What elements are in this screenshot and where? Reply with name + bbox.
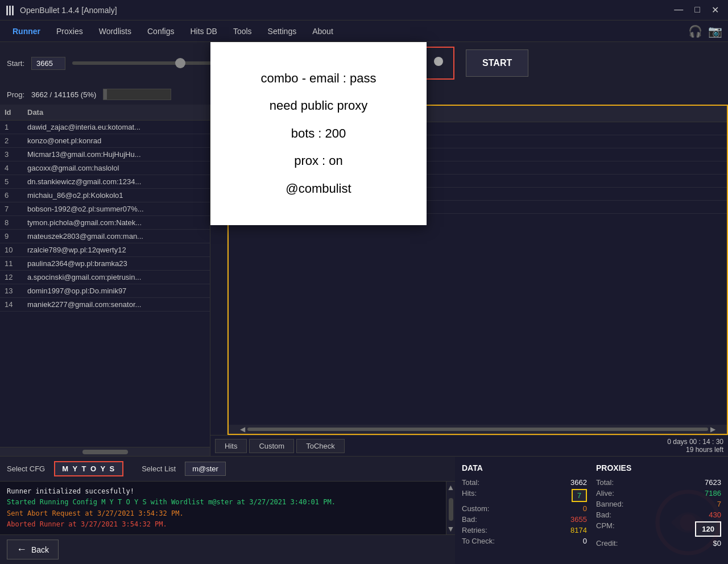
proxy-credit-label: Credit: (596, 539, 618, 548)
row-data: domin1997@op.pl:Do.minik97 (27, 287, 205, 295)
table-row[interactable]: 11paulina2364@wp.pl:bramka23 (0, 257, 210, 271)
result-tabs: Hits Custom ToCheck 0 days 00 : 14 : 30 … (210, 435, 728, 456)
table-row[interactable]: 8tymon.pichola@gmail.com:Natek... (0, 216, 210, 230)
menu-wordlists[interactable]: Wordlists (92, 23, 138, 39)
select-cfg-value[interactable]: M Y T O Y S (54, 461, 123, 476)
capture-scroll-thumb (247, 428, 708, 431)
data-table-body[interactable]: 1dawid_zajac@interia.eu:kotomat...2konzo… (0, 121, 210, 447)
table-row[interactable]: 14maniek2277@gmail.com:senator... (0, 298, 210, 312)
maximize-button[interactable]: □ (691, 5, 704, 15)
stat-retries: Retries: 8174 (462, 525, 587, 536)
timer-value: 0 days 00 : 14 : 30 (667, 438, 723, 446)
table-row[interactable]: 2konzo@onet.pl:konrad (0, 134, 210, 148)
minimize-button[interactable]: — (671, 5, 686, 15)
table-row[interactable]: 10rzalcie789@wp.pl:12qwerty12 (0, 243, 210, 257)
overlay-line4: prox : on (294, 147, 343, 175)
row-data: Micmar13@gmail.com:HujHujHu... (27, 150, 205, 159)
close-button[interactable]: ✕ (708, 5, 722, 15)
table-row[interactable]: 5dn.stankiewicz@gmail.com:1234... (0, 175, 210, 189)
camera-icon[interactable]: 📷 (708, 24, 722, 38)
stat-total: Total: 3662 (462, 477, 587, 488)
table-row[interactable]: 4gacoxx@gmail.com:haslolol (0, 161, 210, 175)
table-row[interactable]: 12a.spocinski@gmail.com:pietrusin... (0, 271, 210, 284)
menu-about[interactable]: About (305, 23, 340, 39)
row-data: rzalcie789@wp.pl:12qwerty12 (27, 246, 205, 254)
row-data: mateuszek2803@gmail.com:man... (27, 232, 205, 240)
table-row[interactable]: 13domin1997@op.pl:Do.minik97 (0, 284, 210, 298)
app-logo: ||| (6, 4, 14, 16)
proxy-banned-label: Banned: (596, 500, 623, 508)
table-row[interactable]: 6michaiu_86@o2.pl:Kolokolo1 (0, 189, 210, 202)
capture-scroll-left[interactable]: ◀ (240, 425, 245, 433)
total-value: 3662 (570, 478, 587, 487)
proxy-total-label: Total: (596, 478, 614, 487)
table-row[interactable]: 7bobson-1992@o2.pl:summer07%... (0, 202, 210, 216)
menu-settings[interactable]: Settings (261, 23, 304, 39)
row-id: 14 (5, 300, 27, 309)
progress-bar-fill (104, 89, 107, 99)
menu-tools[interactable]: Tools (226, 23, 259, 39)
select-row: Select CFG M Y T O Y S Select List m@ste… (0, 457, 455, 482)
row-data: maniek2277@gmail.com:senator... (27, 300, 205, 309)
stat-tocheck: To Check: 0 (462, 536, 587, 546)
center-overlay: combo - email : pass need public proxy b… (210, 42, 427, 225)
table-row[interactable]: 1dawid_zajac@interia.eu:kotomat... (0, 121, 210, 134)
row-data: michaiu_86@o2.pl:Kolokolo1 (27, 191, 205, 200)
bots-slider-thumb (434, 57, 443, 66)
back-button[interactable]: ← Back (7, 540, 59, 559)
row-data: dn.stankiewicz@gmail.com:1234... (27, 177, 205, 186)
window-controls: — □ ✕ (671, 5, 722, 15)
table-row[interactable]: 9mateuszek2803@gmail.com:man... (0, 230, 210, 243)
overlay-line5: @combulist (286, 175, 351, 202)
retries-label: Retries: (462, 526, 487, 534)
console-line: Runner initialized succesfully! (7, 486, 439, 497)
row-data: paulina2364@wp.pl:bramka23 (27, 259, 205, 268)
row-data: tymon.pichola@gmail.com:Natek... (27, 218, 205, 227)
hours-left: 19 hours left (667, 446, 723, 454)
custom-value: 0 (583, 504, 587, 513)
menu-bar: Runner Proxies Wordlists Configs Hits DB… (0, 20, 728, 42)
data-stats-title: DATA (462, 463, 587, 472)
menu-configs[interactable]: Configs (140, 23, 181, 39)
capture-scrollbar: ◀ ▶ (229, 425, 727, 434)
headphones-icon[interactable]: 🎧 (688, 24, 702, 38)
proxy-total-value: 7623 (705, 478, 721, 487)
h-scroll-thumb (82, 450, 128, 454)
console-scroll-up[interactable]: ▲ (446, 482, 455, 493)
menu-hitsdb[interactable]: Hits DB (183, 23, 224, 39)
select-list-value[interactable]: m@ster (185, 462, 226, 476)
start-label: Start: (7, 59, 24, 68)
col-id: Id (5, 108, 27, 117)
bottom-area: Select CFG M Y T O Y S Select List m@ste… (0, 456, 728, 564)
data-stats: DATA Total: 3662 Hits: 7 Custom: 0 Bad: … (462, 463, 587, 557)
table-row[interactable]: 3Micmar13@gmail.com:HujHujHu... (0, 148, 210, 161)
console-scroll-down[interactable]: ▼ (446, 523, 455, 534)
start-slider-thumb[interactable] (175, 58, 185, 68)
row-id: 5 (5, 177, 27, 186)
proxy-bad-label: Bad: (596, 511, 611, 519)
menu-proxies[interactable]: Proxies (49, 23, 90, 39)
tocheck-label: To Check: (462, 537, 495, 545)
row-id: 12 (5, 273, 27, 281)
data-horizontal-scroll[interactable] (0, 447, 210, 456)
row-data: konzo@onet.pl:konrad (27, 136, 205, 145)
capture-scroll-right[interactable]: ▶ (710, 425, 715, 433)
tab-tocheck[interactable]: ToCheck (296, 439, 345, 453)
retries-value: 8174 (570, 526, 587, 534)
back-label: Back (31, 545, 49, 554)
start-button[interactable]: START (466, 49, 528, 77)
custom-label: Custom: (462, 504, 489, 513)
tab-custom[interactable]: Custom (249, 439, 294, 453)
tab-hits[interactable]: Hits (215, 439, 247, 453)
header-icons: 🎧 📷 (688, 24, 722, 38)
start-input[interactable] (31, 57, 65, 70)
hits-value: 7 (572, 489, 587, 502)
watermark (654, 488, 722, 558)
title-bar: ||| OpenBullet 1.4.4 [Anomaly] — □ ✕ (0, 0, 728, 20)
select-cfg-label: Select CFG (7, 465, 45, 473)
row-data: gacoxx@gmail.com:haslolol (27, 164, 205, 172)
menu-runner[interactable]: Runner (6, 23, 47, 39)
bad-value: 3655 (570, 515, 587, 524)
progress-bar-container (103, 89, 171, 100)
row-data: a.spocinski@gmail.com:pietrusin... (27, 273, 205, 281)
